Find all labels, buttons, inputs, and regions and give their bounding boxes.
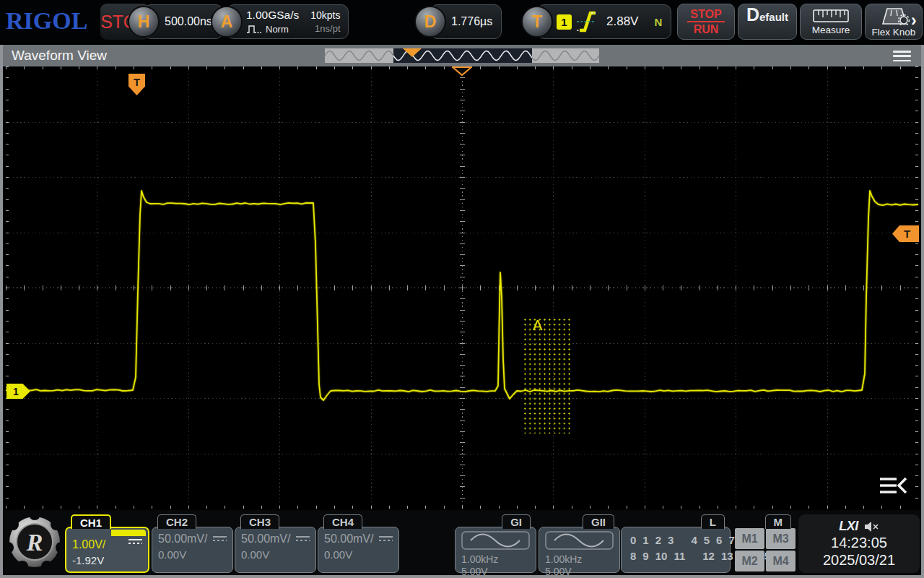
trigger-panel[interactable]: 1 2.88V N <box>537 4 671 39</box>
acquire-group: A 1.00GSa/s Norm 10kpts 1ns/pt <box>211 4 349 39</box>
bezel <box>0 45 3 578</box>
math-card[interactable]: M M1 M3 M2 M4 <box>733 514 797 573</box>
square-wave-icon <box>246 25 262 35</box>
waveform-display-area[interactable]: A T 1 T <box>6 66 918 509</box>
generator-frequency-value: 1.00kHz <box>545 553 614 565</box>
default-button[interactable]: Default <box>738 4 797 40</box>
math-m3-button[interactable]: M3 <box>766 528 796 549</box>
logic-tab[interactable]: L <box>701 514 725 529</box>
bezel <box>0 575 924 578</box>
waveform-position-indicator[interactable] <box>325 48 599 63</box>
rigol-gear-logo[interactable]: R <box>6 512 63 571</box>
digital-channel-number: 5 <box>704 534 710 546</box>
divider <box>687 21 725 22</box>
channel-tab-ch1[interactable]: CH1 <box>71 514 111 529</box>
clock-date: 2025/03/21 <box>823 552 895 569</box>
trigger-level-value: 2.88V <box>606 14 638 29</box>
channel-tab-ch3[interactable]: CH3 <box>240 514 279 529</box>
default-label-rest: efault <box>759 11 788 23</box>
flex-knob-label: Flex Knob <box>872 27 916 38</box>
trigger-mode-indicator: N <box>654 16 662 28</box>
page-title: Waveform View <box>12 48 107 64</box>
digital-channel-number: 3 <box>668 534 674 546</box>
math-m2-button[interactable]: M2 <box>735 551 764 571</box>
digital-channels-row1: 01234567 <box>630 534 724 546</box>
digital-channel-number: 2 <box>655 534 661 546</box>
trigger-source-badge: 1 <box>557 14 572 30</box>
channel-card-ch3[interactable]: CH3 50.00mV/ 0.00V <box>235 514 316 573</box>
math-m4-button[interactable]: M4 <box>766 551 796 571</box>
speaker-muted-icon <box>863 521 879 532</box>
stop-run-button[interactable]: STOP RUN <box>677 4 735 40</box>
toolbar-scroll-right-button[interactable]: › <box>911 11 917 30</box>
knob-icon <box>877 7 910 25</box>
channel-offset-value: 0.00V <box>324 548 393 561</box>
digital-channel-number: 12 <box>702 550 715 562</box>
sample-rate-value: 1.00GSa/s <box>246 9 299 22</box>
sine-wave-icon <box>545 531 614 550</box>
clock-time: 14:23:05 <box>831 535 887 551</box>
digital-channel-number: 1 <box>642 534 648 546</box>
digital-channel-number: 8 <box>630 550 636 562</box>
delay-knob-button[interactable]: D <box>414 6 446 38</box>
channel-offset-value: 0.00V <box>241 548 310 561</box>
digital-channel-number: 9 <box>642 550 648 562</box>
svg-text:R: R <box>26 529 43 556</box>
math-m1-button[interactable]: M1 <box>735 528 764 549</box>
digital-channel-number: 4 <box>691 534 697 546</box>
trigger-group: T 1 2.88V N <box>521 4 671 39</box>
channel-card-ch1[interactable]: CH1 1.00V/ -1.92V <box>65 514 149 573</box>
channel-card-ch4[interactable]: CH4 50.00mV/ 0.00V <box>318 514 399 573</box>
top-toolbar: RIGOL STOP H 500.00ns/ A 1.00GSa/s Norm … <box>0 0 924 43</box>
bottom-status-bar: R CH1 1.00V/ -1.92V CH2 50.00mV/ 0.00V C… <box>3 510 921 575</box>
status-clock-panel[interactable]: LXI 14:23:05 2025/03/21 <box>798 514 920 573</box>
generator-card-gii[interactable]: GII 1.00kHz 5.00V <box>539 514 620 573</box>
trigger-knob-button[interactable]: T <box>521 6 553 38</box>
rising-edge-trigger-icon <box>576 9 596 35</box>
sine-wave-icon <box>461 531 530 550</box>
coupling-icon <box>296 536 310 543</box>
channel-active-bar <box>111 530 146 536</box>
ruler-icon <box>813 9 849 23</box>
coupling-icon <box>379 536 393 543</box>
oscilloscope-screen: RIGOL STOP H 500.00ns/ A 1.00GSa/s Norm … <box>0 0 924 578</box>
channel-tab-ch2[interactable]: CH2 <box>157 514 196 529</box>
digital-channel-number: 11 <box>674 550 685 562</box>
digital-channel-number: 6 <box>716 534 722 546</box>
digital-channel-number: 10 <box>655 550 668 562</box>
delay-group: D 1.776µs <box>414 4 502 39</box>
sample-resolution-value: 1ns/pt <box>310 23 340 34</box>
collapse-menu-icon[interactable] <box>879 476 908 496</box>
coupling-icon <box>128 539 142 546</box>
lxi-label: LXI <box>839 519 858 534</box>
default-label-initial: D <box>746 4 759 25</box>
generator-tab-gi[interactable]: GI <box>502 514 531 529</box>
channel-offset-value: -1.92V <box>72 554 142 566</box>
generator-card-gi[interactable]: GI 1.00kHz 5.00V <box>455 514 536 573</box>
horizontal-group: H 500.00ns/ <box>128 4 223 39</box>
digital-channel-number: 13 <box>721 550 733 562</box>
measure-button[interactable]: Measure <box>800 4 862 40</box>
acquire-knob-button[interactable]: A <box>211 6 243 38</box>
waveform-trace <box>6 66 918 509</box>
bezel <box>921 45 924 578</box>
channel-card-ch2[interactable]: CH2 50.00mV/ 0.00V <box>152 514 233 573</box>
memory-depth-value: 10kpts <box>310 9 340 21</box>
acquire-mode-label: Norm <box>266 24 289 35</box>
logic-analyzer-card[interactable]: L 01234567 89101112131415 <box>621 514 731 573</box>
math-tab[interactable]: M <box>765 514 792 529</box>
titlebar-menu-icon[interactable] <box>893 51 911 61</box>
channel-offset-value: 0.00V <box>158 548 227 561</box>
digital-channels-row2: 89101112131415 <box>630 550 724 562</box>
coupling-icon <box>213 536 227 543</box>
digital-channel-number: 0 <box>630 534 636 546</box>
trigger-delay-indicator[interactable] <box>450 66 474 77</box>
measure-label: Measure <box>812 25 850 35</box>
generator-tab-gii[interactable]: GII <box>583 514 614 529</box>
stop-label: STOP <box>690 8 721 20</box>
channel-tab-ch4[interactable]: CH4 <box>323 514 362 529</box>
horizontal-knob-button[interactable]: H <box>128 6 160 38</box>
rigol-brand-logo: RIGOL <box>6 7 87 35</box>
run-label: RUN <box>694 23 719 35</box>
acquire-panel[interactable]: 1.00GSa/s Norm 10kpts 1ns/pt <box>227 4 349 39</box>
